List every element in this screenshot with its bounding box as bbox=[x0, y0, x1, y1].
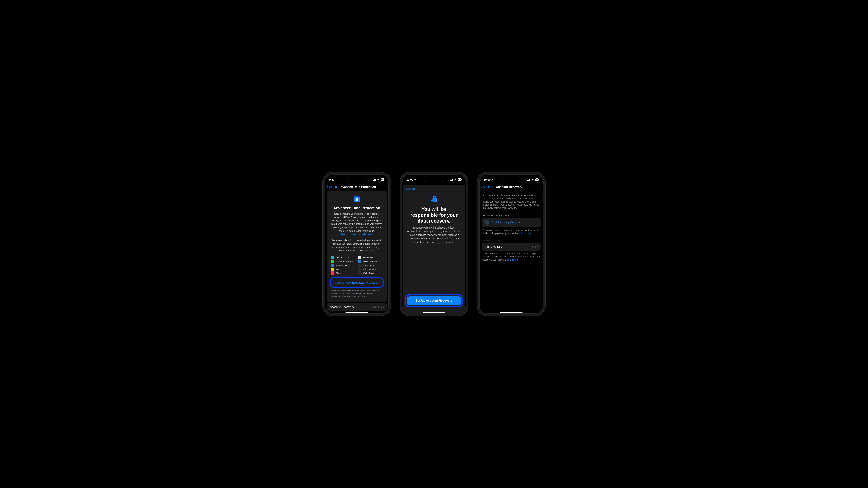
data-type-item: Wallet Passes bbox=[358, 271, 383, 275]
svg-rect-0 bbox=[354, 196, 360, 197]
nav-bar: ‹ iCloud Advanced Data Protection bbox=[325, 183, 389, 191]
status-time: 9:57 bbox=[329, 178, 335, 181]
data-type-item: Device Backup bbox=[331, 256, 356, 259]
cellular-icon bbox=[450, 179, 453, 181]
card-title: Advanced Data Protection bbox=[330, 206, 384, 210]
modal-sheet: Cancel ! You will be responsible for you… bbox=[403, 185, 465, 314]
cancel-button[interactable]: Cancel bbox=[403, 185, 418, 192]
card-footnote: Some sensitive data, such as your saved … bbox=[330, 288, 384, 300]
location-icon: ➤ bbox=[414, 178, 416, 181]
sheet-body: Because Apple will not have the keys req… bbox=[403, 226, 465, 245]
scroll-content[interactable]: Advanced Data Protection iCloud encrypts… bbox=[325, 191, 389, 314]
battery-indicator: 64 bbox=[535, 178, 539, 181]
chevron-left-icon: ‹ bbox=[327, 185, 328, 189]
data-type-item: Messages Backup bbox=[331, 260, 356, 263]
back-label: iCloud bbox=[328, 185, 337, 189]
sheet-title: You will be responsible for your data re… bbox=[403, 204, 465, 226]
data-type-label: Siri Shortcuts bbox=[363, 264, 375, 266]
add-recovery-contact-row[interactable]: + Add Recovery Contact bbox=[482, 218, 540, 227]
intro-text: If you lose access to your account, a re… bbox=[482, 191, 540, 212]
cellular-icon bbox=[373, 179, 376, 181]
app-icon bbox=[358, 271, 361, 275]
cta-highlight: Set Up Account Recovery bbox=[405, 294, 463, 307]
lock-box-icon bbox=[330, 195, 384, 203]
data-type-item: Siri Shortcuts bbox=[358, 264, 383, 267]
svg-text:!: ! bbox=[432, 200, 432, 202]
dynamic-island bbox=[346, 176, 367, 182]
data-type-label: Safari Bookmarks bbox=[363, 260, 380, 262]
status-time: 10:00 bbox=[484, 178, 491, 181]
phone-responsibility-sheet: 10:00 ➤ 65 Cancel ! You will be responsi… bbox=[400, 172, 468, 316]
app-icon bbox=[331, 267, 334, 271]
nav-title: Account Recovery bbox=[496, 185, 523, 189]
wifi-icon bbox=[377, 178, 379, 181]
scroll-content[interactable]: If you lose access to your account, a re… bbox=[479, 191, 543, 314]
section-header-recovery-key: RECOVERY KEY bbox=[482, 237, 540, 243]
data-type-item: Safari Bookmarks bbox=[358, 260, 383, 263]
add-recovery-contact-label: Add Recovery Contact bbox=[492, 221, 520, 224]
card-body-1: iCloud encrypts your data to keep it sec… bbox=[331, 213, 382, 232]
learn-more-key-link[interactable]: Learn more… bbox=[507, 259, 521, 261]
recovery-key-label: Recovery Key bbox=[485, 245, 502, 248]
data-type-item: iCloud Drive bbox=[331, 264, 356, 267]
app-icon bbox=[331, 260, 334, 263]
nav-title: Advanced Data Protection bbox=[339, 185, 376, 189]
chevron-left-icon: ‹ bbox=[481, 185, 483, 189]
data-type-label: Messages Backup bbox=[336, 260, 353, 262]
data-type-item: Notes bbox=[331, 267, 356, 271]
turn-on-adp-button[interactable]: Turn On Advanced Data Protection bbox=[332, 279, 382, 286]
battery-indicator: 65 bbox=[458, 178, 462, 181]
status-time: 10:00 bbox=[406, 178, 413, 181]
back-button[interactable]: ‹ Apple ID bbox=[481, 185, 494, 189]
data-type-label: Device Backup bbox=[336, 256, 350, 259]
back-label: Apple ID bbox=[483, 185, 494, 189]
section1-footer: A recovery contact can generate a code f… bbox=[482, 227, 540, 237]
app-icon bbox=[331, 256, 334, 259]
data-types-grid: Device BackupRemindersMessages BackupSaf… bbox=[330, 256, 384, 275]
setup-account-recovery-button[interactable]: Set Up Account Recovery bbox=[407, 296, 461, 305]
row-value: Set Up bbox=[373, 305, 382, 308]
battery-indicator: 65 bbox=[380, 178, 384, 181]
data-type-item: Photos bbox=[331, 271, 356, 275]
account-recovery-row[interactable]: Account Recovery Set Up › bbox=[327, 303, 386, 311]
data-type-label: Photos bbox=[336, 272, 342, 274]
plus-icon: + bbox=[485, 220, 489, 225]
phone-adp: 9:57 65 ‹ iCloud Advanced Data Protectio… bbox=[323, 172, 391, 316]
home-indicator[interactable] bbox=[500, 312, 523, 313]
cta-highlight: Turn On Advanced Data Protection bbox=[330, 277, 384, 288]
app-icon bbox=[331, 271, 334, 275]
data-type-label: iCloud Drive bbox=[336, 264, 347, 266]
dynamic-island bbox=[424, 176, 444, 182]
nav-bar: ‹ Apple ID Account Recovery bbox=[479, 183, 543, 191]
adp-info-card: Advanced Data Protection iCloud encrypts… bbox=[327, 191, 386, 302]
learn-encryption-link[interactable]: Learn how encryption is used. bbox=[341, 233, 372, 236]
cellular-icon bbox=[527, 179, 530, 181]
chevron-right-icon: › bbox=[537, 245, 538, 248]
learn-more-contact-link[interactable]: Learn more… bbox=[521, 232, 535, 235]
data-type-label: Reminders bbox=[363, 256, 373, 259]
card-body: iCloud encrypts your data to keep it sec… bbox=[330, 212, 384, 252]
wifi-icon bbox=[531, 178, 534, 181]
wifi-icon bbox=[454, 178, 457, 181]
card-body-2: Because Apple will not have the keys req… bbox=[330, 239, 384, 253]
back-button[interactable]: ‹ iCloud bbox=[327, 185, 337, 189]
lock-alert-icon: ! bbox=[403, 195, 465, 204]
home-indicator[interactable] bbox=[345, 312, 368, 313]
app-icon bbox=[358, 260, 361, 263]
app-icon bbox=[331, 264, 334, 267]
home-indicator[interactable] bbox=[423, 312, 445, 313]
data-type-label: Notes bbox=[336, 268, 341, 270]
recovery-key-row[interactable]: Recovery Key Off › bbox=[482, 243, 540, 251]
chevron-right-icon: › bbox=[383, 305, 384, 308]
data-type-label: Wallet Passes bbox=[363, 272, 376, 274]
data-type-item: Reminders bbox=[358, 256, 383, 259]
section-header-assistance: RECOVERY ASSISTANCE bbox=[482, 212, 540, 218]
recovery-key-value: Off bbox=[532, 245, 536, 248]
row-label: Account Recovery bbox=[330, 305, 354, 309]
data-type-label: Voice Memos bbox=[363, 268, 376, 270]
data-type-item: Voice Memos bbox=[358, 267, 383, 271]
app-icon bbox=[358, 264, 361, 267]
section2-footer: A recovery key is a 28-character code th… bbox=[482, 251, 540, 263]
phone-account-recovery: 10:00 ➤ 64 ‹ Apple ID Account Recovery I… bbox=[477, 172, 545, 316]
app-icon bbox=[358, 256, 361, 259]
